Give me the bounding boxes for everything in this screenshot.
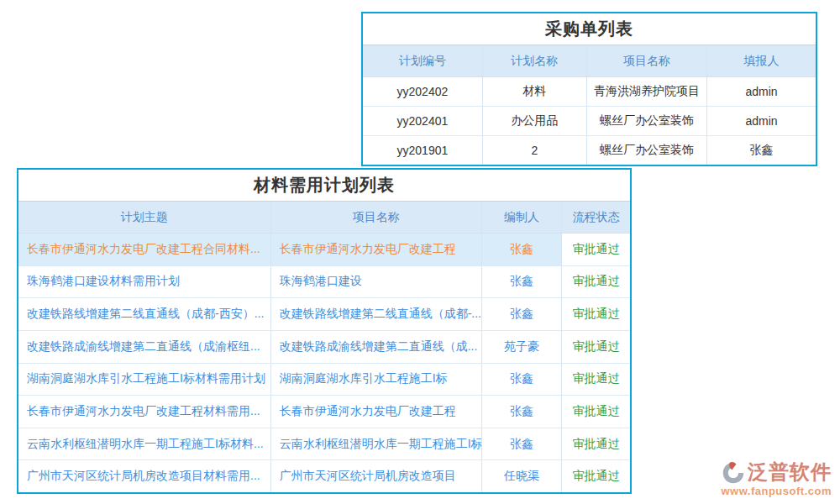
cell-flow-status[interactable]: 审批通过: [562, 266, 630, 298]
cell-plan-subject-link[interactable]: 改建铁路成渝线增建第二直通线（成渝枢纽...: [18, 331, 271, 363]
cell-flow-status[interactable]: 审批通过: [562, 234, 630, 265]
material-plan-list-header: 计划主题 项目名称 编制人 流程状态: [18, 201, 630, 234]
purchase-list-header: 计划编号 计划名称 项目名称 填报人: [363, 45, 816, 77]
material-plan-list-title: 材料需用计划列表: [18, 170, 630, 201]
cell-flow-status[interactable]: 审批通过: [562, 396, 630, 428]
table-row[interactable]: 湖南洞庭湖水库引水工程施工I标材料需用计划 湖南洞庭湖水库引水工程施工I标 张鑫…: [18, 363, 630, 396]
cell-project-name-link[interactable]: 广州市天河区统计局机房改造项目: [271, 460, 482, 492]
cell-plan-name: 2: [483, 136, 587, 165]
purchase-list-title: 采购单列表: [363, 13, 816, 45]
cell-project-name-link[interactable]: 长春市伊通河水力发电厂改建工程: [271, 396, 482, 428]
table-row[interactable]: 珠海鹤港口建设材料需用计划 珠海鹤港口建设 张鑫 审批通过: [18, 265, 630, 298]
cell-compiler: 张鑫: [482, 364, 562, 396]
cell-project-name: 青海洪湖养护院项目: [587, 77, 707, 106]
cell-plan-subject-link[interactable]: 广州市天河区统计局机房改造项目材料需用...: [18, 460, 271, 492]
cell-plan-subject-link[interactable]: 云南水利枢纽潜明水库一期工程施工I标材料...: [18, 428, 271, 460]
table-row[interactable]: yy202401 办公用品 螺丝厂办公室装饰 admin: [363, 106, 816, 135]
table-row[interactable]: yy202402 材料 青海洪湖养护院项目 admin: [363, 77, 816, 106]
cell-flow-status[interactable]: 审批通过: [562, 428, 630, 460]
cell-project-name-link[interactable]: 珠海鹤港口建设: [271, 266, 482, 298]
col-header-plan-no: 计划编号: [363, 45, 483, 76]
vendor-watermark: 泛普软件 www.fanpusoft.com: [721, 459, 832, 497]
cell-plan-no: yy202401: [363, 107, 483, 135]
col-header-project-name: 项目名称: [271, 202, 482, 233]
cell-project-name-link[interactable]: 改建铁路成渝线增建第二直通线（成...: [271, 331, 482, 363]
cell-compiler: 张鑫: [482, 234, 562, 265]
cell-plan-subject-link[interactable]: 长春市伊通河水力发电厂改建工程合同材料...: [18, 234, 271, 265]
cell-flow-status[interactable]: 审批通过: [562, 460, 630, 492]
table-row[interactable]: 改建铁路成渝线增建第二直通线（成渝枢纽... 改建铁路成渝线增建第二直通线（成.…: [18, 330, 630, 363]
table-row[interactable]: 长春市伊通河水力发电厂改建工程材料需用... 长春市伊通河水力发电厂改建工程 张…: [18, 395, 630, 428]
col-header-flow-status: 流程状态: [562, 202, 630, 233]
cell-plan-subject-link[interactable]: 改建铁路线增建第二线直通线（成都-西安）...: [18, 298, 271, 330]
cell-plan-subject-link[interactable]: 珠海鹤港口建设材料需用计划: [18, 266, 271, 298]
col-header-project-name: 项目名称: [587, 45, 707, 76]
cell-compiler: 张鑫: [482, 298, 562, 330]
watermark-brand-text: 泛普软件: [748, 459, 832, 486]
cell-plan-name: 办公用品: [483, 107, 587, 135]
cell-project-name-link[interactable]: 长春市伊通河水力发电厂改建工程: [271, 234, 482, 265]
table-row[interactable]: 云南水利枢纽潜明水库一期工程施工I标材料... 云南水利枢纽潜明水库一期工程施工…: [18, 428, 630, 460]
watermark-brand-row: 泛普软件: [721, 459, 832, 486]
cell-plan-subject-link[interactable]: 湖南洞庭湖水库引水工程施工I标材料需用计划: [18, 364, 271, 396]
fanpu-logo-icon: [722, 460, 745, 484]
cell-compiler: 张鑫: [482, 396, 562, 428]
col-header-filler: 填报人: [707, 45, 816, 76]
table-row-selected[interactable]: 长春市伊通河水力发电厂改建工程合同材料... 长春市伊通河水力发电厂改建工程 张…: [18, 234, 630, 265]
cell-compiler: 张鑫: [482, 266, 562, 298]
cell-project-name: 螺丝厂办公室装饰: [587, 107, 707, 135]
cell-filler: admin: [707, 107, 816, 135]
col-header-compiler: 编制人: [482, 202, 562, 233]
cell-project-name-link[interactable]: 改建铁路线增建第二线直通线（成都-...: [271, 298, 482, 330]
cell-plan-no: yy201901: [363, 136, 483, 165]
col-header-plan-name: 计划名称: [483, 45, 587, 76]
cell-plan-no: yy202402: [363, 77, 483, 106]
cell-compiler: 张鑫: [482, 428, 562, 460]
cell-flow-status[interactable]: 审批通过: [562, 364, 630, 396]
cell-compiler: 苑子豪: [482, 331, 562, 363]
cell-project-name-link[interactable]: 云南水利枢纽潜明水库一期工程施工I标: [271, 428, 482, 460]
cell-flow-status[interactable]: 审批通过: [562, 331, 630, 363]
cell-plan-subject-link[interactable]: 长春市伊通河水力发电厂改建工程材料需用...: [18, 396, 271, 428]
col-header-plan-subject: 计划主题: [18, 202, 271, 233]
watermark-url-text: www.fanpusoft.com: [721, 485, 832, 497]
table-row[interactable]: yy201901 2 螺丝厂办公室装饰 张鑫: [363, 135, 816, 165]
material-plan-list-panel: 材料需用计划列表 计划主题 项目名称 编制人 流程状态 长春市伊通河水力发电厂改…: [17, 168, 632, 494]
cell-project-name-link[interactable]: 湖南洞庭湖水库引水工程施工I标: [271, 364, 482, 396]
cell-flow-status[interactable]: 审批通过: [562, 298, 630, 330]
cell-filler: admin: [707, 77, 816, 106]
purchase-list-panel: 采购单列表 计划编号 计划名称 项目名称 填报人 yy202402 材料 青海洪…: [361, 12, 817, 166]
table-row[interactable]: 广州市天河区统计局机房改造项目材料需用... 广州市天河区统计局机房改造项目 任…: [18, 459, 630, 492]
cell-project-name: 螺丝厂办公室装饰: [587, 136, 707, 165]
cell-filler: 张鑫: [707, 136, 816, 165]
cell-compiler: 任晓渠: [482, 460, 562, 492]
cell-plan-name: 材料: [483, 77, 587, 106]
table-row[interactable]: 改建铁路线增建第二线直通线（成都-西安）... 改建铁路线增建第二线直通线（成都…: [18, 297, 630, 330]
